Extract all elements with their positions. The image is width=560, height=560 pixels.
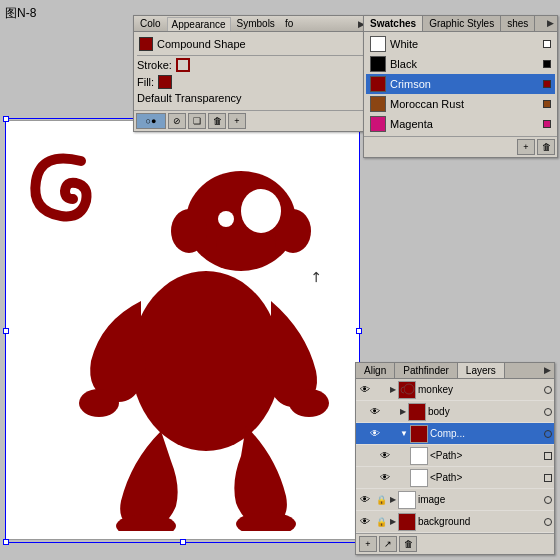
compound-color-swatch: [139, 37, 153, 51]
lock-path2[interactable]: [394, 471, 408, 485]
tab-layers[interactable]: Layers: [458, 363, 505, 378]
layers-expand[interactable]: ▶: [541, 363, 554, 378]
swatch-magenta[interactable]: Magenta: [366, 114, 555, 134]
layer-path2-name: <Path>: [430, 472, 542, 483]
compound-shape-row: Compound Shape: [137, 35, 364, 53]
swatch-name-moroccan: Moroccan Rust: [390, 98, 539, 110]
layers-panel: Align Pathfinder Layers ▶ 👁 ▶ monkey 👁: [355, 362, 555, 555]
swatch-color-white: [370, 36, 386, 52]
swatch-color-black: [370, 56, 386, 72]
layers-toolbar: + ↗ 🗑: [356, 533, 554, 554]
thumb-comp: [410, 425, 428, 443]
lock-path1[interactable]: [394, 449, 408, 463]
appearance-panel-content: Compound Shape Stroke: Fill: Default Tra…: [134, 32, 367, 110]
swatches-expand[interactable]: ▶: [544, 16, 557, 31]
fill-row: Fill:: [137, 75, 364, 89]
lock-monkey[interactable]: [374, 383, 388, 397]
dot-image: [544, 496, 552, 504]
swatch-ind-crimson: [543, 80, 551, 88]
swatch-color-magenta: [370, 116, 386, 132]
eye-image[interactable]: 👁: [358, 493, 372, 507]
swatch-new-btn[interactable]: +: [517, 139, 535, 155]
swatch-nav: + 🗑: [364, 136, 557, 157]
swatch-crimson[interactable]: Crimson: [366, 74, 555, 94]
tab-appearance[interactable]: Appearance: [167, 17, 231, 31]
figure-label: 图N-8: [5, 5, 36, 22]
dot-bg: [544, 518, 552, 526]
layer-comp-name: Comp...: [430, 428, 542, 439]
tab-shes[interactable]: shes: [501, 16, 535, 31]
expand-bg[interactable]: ▶: [390, 517, 396, 526]
transparency-row: Default Transparency: [137, 92, 364, 104]
appearance-panel-titlebar: Colo Appearance Symbols fo ▶: [134, 16, 367, 32]
clear-btn[interactable]: ⊘: [168, 113, 186, 129]
duplicate-btn[interactable]: ❏: [188, 113, 206, 129]
svg-point-7: [79, 389, 119, 417]
canvas-area: 图N-8: [0, 0, 560, 560]
tab-color[interactable]: Colo: [136, 17, 165, 30]
layer-image-name: image: [418, 494, 542, 505]
toggle-btn[interactable]: ○●: [136, 113, 166, 129]
tab-pathfinder[interactable]: Pathfinder: [395, 363, 458, 378]
stroke-row: Stroke:: [137, 58, 364, 72]
swatch-color-moroccan: [370, 96, 386, 112]
thumb-bg: [398, 513, 416, 531]
tab-graphic-styles[interactable]: Graphic Styles: [423, 16, 501, 31]
swatch-black[interactable]: Black: [366, 54, 555, 74]
layer-monkey-name: monkey: [418, 384, 542, 395]
thumb-path1: [410, 447, 428, 465]
square-path2: [544, 474, 552, 482]
new-layer-btn[interactable]: +: [359, 536, 377, 552]
lock-bg[interactable]: 🔒: [374, 515, 388, 529]
canvas-inner: [5, 120, 360, 540]
lock-body[interactable]: [384, 405, 398, 419]
layer-path1[interactable]: 👁 <Path>: [356, 445, 554, 467]
layer-monkey[interactable]: 👁 ▶ monkey: [356, 379, 554, 401]
appearance-panel: Colo Appearance Symbols fo ▶ Compound Sh…: [133, 15, 368, 132]
move-selection-btn[interactable]: ↗: [379, 536, 397, 552]
layer-body[interactable]: 👁 ▶ body: [356, 401, 554, 423]
expand-comp[interactable]: ▼: [400, 429, 408, 438]
swatches-tabs: Swatches Graphic Styles shes ▶: [364, 16, 557, 32]
lock-image[interactable]: 🔒: [374, 493, 388, 507]
eye-path2[interactable]: 👁: [378, 471, 392, 485]
svg-point-1: [171, 209, 207, 253]
swatch-name-crimson: Crimson: [390, 78, 539, 90]
add-btn[interactable]: +: [228, 113, 246, 129]
swatch-white[interactable]: White: [366, 34, 555, 54]
expand-body[interactable]: ▶: [400, 407, 406, 416]
svg-point-4: [131, 271, 281, 451]
svg-point-10: [218, 211, 234, 227]
tab-swatches[interactable]: Swatches: [364, 16, 423, 31]
swatch-name-white: White: [390, 38, 539, 50]
tab-align[interactable]: Align: [356, 363, 395, 378]
layer-background[interactable]: 👁 🔒 ▶ background: [356, 511, 554, 533]
thumb-path2: [410, 469, 428, 487]
appearance-toolbar: ○● ⊘ ❏ 🗑 +: [134, 110, 367, 131]
layer-image[interactable]: 👁 🔒 ▶ image: [356, 489, 554, 511]
swatch-delete-btn[interactable]: 🗑: [537, 139, 555, 155]
layer-path2[interactable]: 👁 <Path>: [356, 467, 554, 489]
eye-bg[interactable]: 👁: [358, 515, 372, 529]
eye-body[interactable]: 👁: [368, 405, 382, 419]
delete-btn[interactable]: 🗑: [208, 113, 226, 129]
lock-comp[interactable]: [384, 427, 398, 441]
layer-body-name: body: [428, 406, 542, 417]
eye-path1[interactable]: 👁: [378, 449, 392, 463]
eye-comp[interactable]: 👁: [368, 427, 382, 441]
transparency-label: Default Transparency: [137, 92, 242, 104]
expand-monkey[interactable]: ▶: [390, 385, 396, 394]
delete-layer-btn[interactable]: 🗑: [399, 536, 417, 552]
expand-image[interactable]: ▶: [390, 495, 396, 504]
layer-comp[interactable]: 👁 ▼ Comp...: [356, 423, 554, 445]
tab-fo[interactable]: fo: [281, 17, 297, 30]
swatch-name-black: Black: [390, 58, 539, 70]
tab-symbols[interactable]: Symbols: [233, 17, 279, 30]
swatch-ind-moroccan: [543, 100, 551, 108]
dot-monkey: [544, 386, 552, 394]
eye-monkey[interactable]: 👁: [358, 383, 372, 397]
swatch-moroccan-rust[interactable]: Moroccan Rust: [366, 94, 555, 114]
swatch-ind-black: [543, 60, 551, 68]
svg-point-11: [404, 384, 414, 394]
stroke-label: Stroke:: [137, 59, 172, 71]
